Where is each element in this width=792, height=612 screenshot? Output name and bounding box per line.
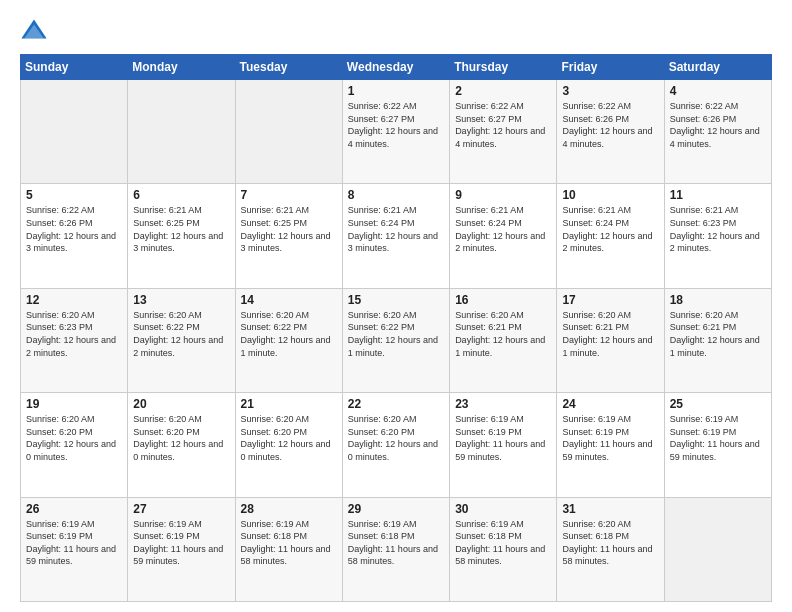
- day-info: Sunrise: 6:20 AM Sunset: 6:21 PM Dayligh…: [670, 309, 766, 359]
- day-number: 3: [562, 84, 658, 98]
- day-info: Sunrise: 6:20 AM Sunset: 6:22 PM Dayligh…: [348, 309, 444, 359]
- logo: [20, 16, 52, 44]
- calendar-cell: [21, 80, 128, 184]
- day-number: 11: [670, 188, 766, 202]
- day-info: Sunrise: 6:21 AM Sunset: 6:25 PM Dayligh…: [241, 204, 337, 254]
- day-number: 10: [562, 188, 658, 202]
- calendar-cell: 1Sunrise: 6:22 AM Sunset: 6:27 PM Daylig…: [342, 80, 449, 184]
- calendar-cell: 3Sunrise: 6:22 AM Sunset: 6:26 PM Daylig…: [557, 80, 664, 184]
- day-info: Sunrise: 6:22 AM Sunset: 6:26 PM Dayligh…: [562, 100, 658, 150]
- day-info: Sunrise: 6:19 AM Sunset: 6:19 PM Dayligh…: [670, 413, 766, 463]
- calendar-cell: [235, 80, 342, 184]
- day-info: Sunrise: 6:20 AM Sunset: 6:23 PM Dayligh…: [26, 309, 122, 359]
- day-number: 2: [455, 84, 551, 98]
- day-number: 22: [348, 397, 444, 411]
- calendar-cell: 12Sunrise: 6:20 AM Sunset: 6:23 PM Dayli…: [21, 288, 128, 392]
- calendar-cell: 24Sunrise: 6:19 AM Sunset: 6:19 PM Dayli…: [557, 393, 664, 497]
- calendar-cell: 19Sunrise: 6:20 AM Sunset: 6:20 PM Dayli…: [21, 393, 128, 497]
- calendar-cell: 28Sunrise: 6:19 AM Sunset: 6:18 PM Dayli…: [235, 497, 342, 601]
- page: SundayMondayTuesdayWednesdayThursdayFrid…: [0, 0, 792, 612]
- calendar-cell: 6Sunrise: 6:21 AM Sunset: 6:25 PM Daylig…: [128, 184, 235, 288]
- calendar-cell: 18Sunrise: 6:20 AM Sunset: 6:21 PM Dayli…: [664, 288, 771, 392]
- day-info: Sunrise: 6:19 AM Sunset: 6:19 PM Dayligh…: [26, 518, 122, 568]
- calendar-cell: 14Sunrise: 6:20 AM Sunset: 6:22 PM Dayli…: [235, 288, 342, 392]
- day-number: 20: [133, 397, 229, 411]
- calendar-cell: 20Sunrise: 6:20 AM Sunset: 6:20 PM Dayli…: [128, 393, 235, 497]
- day-info: Sunrise: 6:20 AM Sunset: 6:20 PM Dayligh…: [26, 413, 122, 463]
- day-info: Sunrise: 6:21 AM Sunset: 6:25 PM Dayligh…: [133, 204, 229, 254]
- calendar-cell: 22Sunrise: 6:20 AM Sunset: 6:20 PM Dayli…: [342, 393, 449, 497]
- day-info: Sunrise: 6:19 AM Sunset: 6:19 PM Dayligh…: [455, 413, 551, 463]
- calendar-cell: 15Sunrise: 6:20 AM Sunset: 6:22 PM Dayli…: [342, 288, 449, 392]
- calendar-cell: 10Sunrise: 6:21 AM Sunset: 6:24 PM Dayli…: [557, 184, 664, 288]
- calendar-cell: 9Sunrise: 6:21 AM Sunset: 6:24 PM Daylig…: [450, 184, 557, 288]
- day-number: 31: [562, 502, 658, 516]
- day-number: 1: [348, 84, 444, 98]
- calendar-cell: 16Sunrise: 6:20 AM Sunset: 6:21 PM Dayli…: [450, 288, 557, 392]
- day-number: 9: [455, 188, 551, 202]
- day-info: Sunrise: 6:20 AM Sunset: 6:21 PM Dayligh…: [562, 309, 658, 359]
- day-info: Sunrise: 6:22 AM Sunset: 6:26 PM Dayligh…: [26, 204, 122, 254]
- calendar-cell: [128, 80, 235, 184]
- calendar-cell: [664, 497, 771, 601]
- day-info: Sunrise: 6:22 AM Sunset: 6:27 PM Dayligh…: [348, 100, 444, 150]
- day-info: Sunrise: 6:20 AM Sunset: 6:22 PM Dayligh…: [133, 309, 229, 359]
- day-info: Sunrise: 6:21 AM Sunset: 6:23 PM Dayligh…: [670, 204, 766, 254]
- day-info: Sunrise: 6:20 AM Sunset: 6:21 PM Dayligh…: [455, 309, 551, 359]
- calendar-cell: 21Sunrise: 6:20 AM Sunset: 6:20 PM Dayli…: [235, 393, 342, 497]
- day-number: 8: [348, 188, 444, 202]
- weekday-header-tuesday: Tuesday: [235, 55, 342, 80]
- day-info: Sunrise: 6:19 AM Sunset: 6:19 PM Dayligh…: [133, 518, 229, 568]
- day-number: 25: [670, 397, 766, 411]
- day-info: Sunrise: 6:22 AM Sunset: 6:27 PM Dayligh…: [455, 100, 551, 150]
- calendar-cell: 29Sunrise: 6:19 AM Sunset: 6:18 PM Dayli…: [342, 497, 449, 601]
- calendar-cell: 25Sunrise: 6:19 AM Sunset: 6:19 PM Dayli…: [664, 393, 771, 497]
- weekday-header-sunday: Sunday: [21, 55, 128, 80]
- day-number: 24: [562, 397, 658, 411]
- day-info: Sunrise: 6:19 AM Sunset: 6:18 PM Dayligh…: [455, 518, 551, 568]
- weekday-header-thursday: Thursday: [450, 55, 557, 80]
- week-row-1: 5Sunrise: 6:22 AM Sunset: 6:26 PM Daylig…: [21, 184, 772, 288]
- calendar-cell: 13Sunrise: 6:20 AM Sunset: 6:22 PM Dayli…: [128, 288, 235, 392]
- day-number: 23: [455, 397, 551, 411]
- day-number: 28: [241, 502, 337, 516]
- calendar-cell: 23Sunrise: 6:19 AM Sunset: 6:19 PM Dayli…: [450, 393, 557, 497]
- day-info: Sunrise: 6:22 AM Sunset: 6:26 PM Dayligh…: [670, 100, 766, 150]
- day-number: 18: [670, 293, 766, 307]
- calendar-cell: 30Sunrise: 6:19 AM Sunset: 6:18 PM Dayli…: [450, 497, 557, 601]
- day-number: 4: [670, 84, 766, 98]
- day-number: 7: [241, 188, 337, 202]
- day-info: Sunrise: 6:20 AM Sunset: 6:20 PM Dayligh…: [348, 413, 444, 463]
- week-row-2: 12Sunrise: 6:20 AM Sunset: 6:23 PM Dayli…: [21, 288, 772, 392]
- day-info: Sunrise: 6:20 AM Sunset: 6:22 PM Dayligh…: [241, 309, 337, 359]
- day-number: 6: [133, 188, 229, 202]
- calendar-cell: 5Sunrise: 6:22 AM Sunset: 6:26 PM Daylig…: [21, 184, 128, 288]
- weekday-header-monday: Monday: [128, 55, 235, 80]
- day-number: 12: [26, 293, 122, 307]
- calendar-cell: 2Sunrise: 6:22 AM Sunset: 6:27 PM Daylig…: [450, 80, 557, 184]
- day-number: 16: [455, 293, 551, 307]
- day-number: 14: [241, 293, 337, 307]
- calendar-cell: 27Sunrise: 6:19 AM Sunset: 6:19 PM Dayli…: [128, 497, 235, 601]
- day-info: Sunrise: 6:21 AM Sunset: 6:24 PM Dayligh…: [562, 204, 658, 254]
- day-number: 30: [455, 502, 551, 516]
- logo-icon: [20, 16, 48, 44]
- day-number: 15: [348, 293, 444, 307]
- day-info: Sunrise: 6:19 AM Sunset: 6:18 PM Dayligh…: [241, 518, 337, 568]
- day-info: Sunrise: 6:19 AM Sunset: 6:19 PM Dayligh…: [562, 413, 658, 463]
- day-info: Sunrise: 6:20 AM Sunset: 6:20 PM Dayligh…: [133, 413, 229, 463]
- day-number: 29: [348, 502, 444, 516]
- weekday-header-friday: Friday: [557, 55, 664, 80]
- weekday-header-saturday: Saturday: [664, 55, 771, 80]
- day-info: Sunrise: 6:20 AM Sunset: 6:20 PM Dayligh…: [241, 413, 337, 463]
- header: [20, 16, 772, 44]
- day-number: 21: [241, 397, 337, 411]
- day-info: Sunrise: 6:21 AM Sunset: 6:24 PM Dayligh…: [455, 204, 551, 254]
- weekday-header-wednesday: Wednesday: [342, 55, 449, 80]
- day-number: 27: [133, 502, 229, 516]
- day-number: 5: [26, 188, 122, 202]
- day-number: 19: [26, 397, 122, 411]
- day-number: 13: [133, 293, 229, 307]
- calendar-cell: 17Sunrise: 6:20 AM Sunset: 6:21 PM Dayli…: [557, 288, 664, 392]
- day-info: Sunrise: 6:21 AM Sunset: 6:24 PM Dayligh…: [348, 204, 444, 254]
